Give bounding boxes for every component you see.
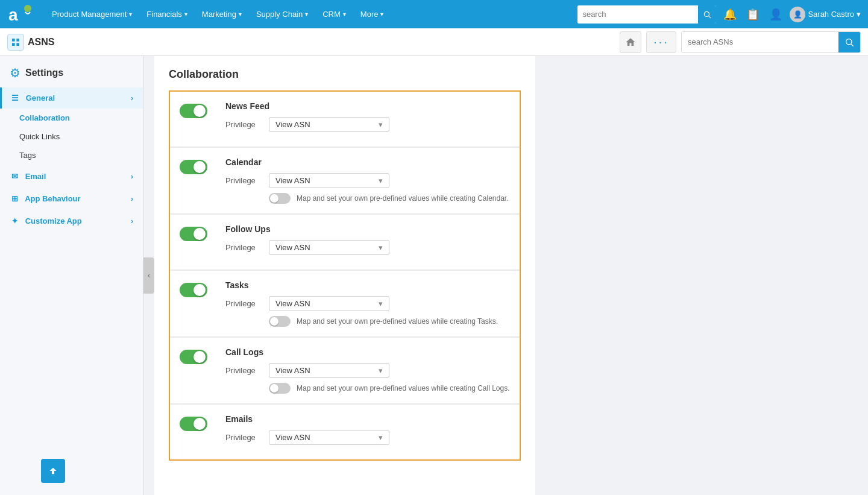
feature-row-news-feed: News Feed Privilege View ASN ▾ [170,92,520,147]
calendar-predefined-text: Map and set your own pre-defined values … [297,194,509,203]
chevron-down-icon: ▾ [343,11,346,17]
sidebar-section-general: ☰ General › Collaboration Quick Links Ta… [0,87,143,165]
sidebar-section-app-behaviour: ⊞ App Behaviour › [0,188,143,209]
emails-label: Emails [225,414,510,424]
call-logs-privilege-select[interactable]: View ASN ▾ [269,363,389,378]
sidebar-collapse-button[interactable]: ‹ [143,257,154,294]
nav-more[interactable]: More ▾ [354,0,390,28]
nav-financials[interactable]: Financials ▾ [140,0,193,28]
nav-marketing[interactable]: Marketing ▾ [196,0,248,28]
privilege-label: Privilege [225,299,262,308]
grid-icon: ⊞ [11,194,18,203]
list-icon: ☰ [11,93,19,102]
feature-row-calendar: Calendar Privilege View ASN ▾ [170,147,520,214]
svg-text:a: a [8,5,18,24]
app-search-button[interactable] [838,31,860,53]
privilege-label: Privilege [225,243,262,252]
search-input[interactable] [577,5,698,24]
main-content: Collaboration News Feed Privilege [154,56,535,495]
chevron-down-icon: ▾ [184,11,187,17]
tasks-toggle[interactable] [180,283,207,297]
contacts-icon[interactable]: 👤 [767,5,785,24]
calendar-privilege-select[interactable]: View ASN ▾ [269,173,389,188]
sidebar-item-general[interactable]: ☰ General › [0,87,143,109]
chevron-down-icon: ▾ [379,366,383,375]
envelope-icon: ✉ [11,172,18,181]
notifications-icon[interactable]: 🔔 [721,5,739,24]
svg-rect-5 [16,39,19,42]
sidebar-section-customize-app: ✦ Customize App › [0,210,143,232]
scroll-to-top-button[interactable] [41,459,65,483]
news-feed-toggle[interactable] [180,104,207,118]
svg-point-2 [705,11,709,16]
chevron-down-icon: ▾ [857,10,861,19]
tasks-label: Tasks [225,280,510,290]
svg-rect-7 [16,43,19,46]
calendar-label: Calendar [225,157,510,167]
privilege-label: Privilege [225,176,262,185]
messages-icon[interactable]: 📋 [744,5,762,24]
sidebar-title: Settings [25,68,63,78]
chevron-down-icon: ▾ [379,120,383,129]
user-menu[interactable]: 👤 Sarah Castro ▾ [790,7,861,22]
tasks-privilege-select[interactable]: View ASN ▾ [269,296,389,311]
svg-point-1 [24,5,31,12]
news-feed-privilege-select[interactable]: View ASN ▾ [269,117,389,132]
wrench-icon: ✦ [11,216,18,225]
feature-row-follow-ups: Follow Ups Privilege View ASN ▾ [170,214,520,270]
chevron-down-icon: ▾ [379,433,383,442]
sidebar-item-tags[interactable]: Tags [0,146,143,165]
more-options-button[interactable]: ··· [646,31,676,53]
sidebar: ⚙ Settings ☰ General › Collaboration Qui… [0,56,143,495]
avatar: 👤 [790,7,805,22]
emails-privilege-select[interactable]: View ASN ▾ [269,430,389,445]
sidebar-item-customize-app[interactable]: ✦ Customize App › [0,210,143,232]
page-title: Collaboration [169,68,521,81]
follow-ups-label: Follow Ups [225,224,510,234]
nav-crm[interactable]: CRM ▾ [316,0,352,28]
call-logs-predefined-text: Map and set your own pre-defined values … [297,384,510,393]
app-icon [7,34,24,51]
calendar-predefined-toggle[interactable] [269,193,291,204]
call-logs-predefined-toggle[interactable] [269,383,291,394]
svg-line-9 [851,44,854,46]
sidebar-item-email[interactable]: ✉ Email › [0,166,143,187]
home-button[interactable] [620,31,641,53]
svg-line-3 [709,16,711,17]
follow-ups-privilege-select[interactable]: View ASN ▾ [269,240,389,255]
app-search [681,31,861,53]
app-search-input[interactable] [682,31,838,53]
chevron-down-icon: ▾ [379,176,383,185]
call-logs-toggle[interactable] [180,350,207,364]
sidebar-section-email: ✉ Email › [0,166,143,187]
nav-product-management[interactable]: Product Management ▾ [46,0,138,28]
privilege-label: Privilege [225,366,262,375]
svg-rect-6 [12,43,15,46]
chevron-down-icon: ▾ [239,11,242,17]
follow-ups-toggle[interactable] [180,227,207,241]
sidebar-item-collaboration[interactable]: Collaboration [0,109,143,127]
emails-toggle[interactable] [180,417,207,431]
sidebar-sub-items-general: Collaboration Quick Links Tags [0,109,143,165]
news-feed-label: News Feed [225,101,510,111]
chevron-right-icon: › [131,94,133,102]
nav-supply-chain[interactable]: Supply Chain ▾ [250,0,314,28]
sidebar-item-app-behaviour[interactable]: ⊞ App Behaviour › [0,188,143,209]
logo[interactable]: a [7,4,36,25]
chevron-down-icon: ▾ [380,11,383,17]
chevron-down-icon: ▾ [305,11,308,17]
tasks-predefined-toggle[interactable] [269,316,291,327]
svg-rect-4 [12,39,15,42]
privilege-label: Privilege [225,433,262,442]
app-title: ASNS [28,37,54,48]
calendar-toggle[interactable] [180,160,207,174]
feature-row-tasks: Tasks Privilege View ASN ▾ [170,270,520,337]
features-container: News Feed Privilege View ASN ▾ [169,90,521,461]
sidebar-item-quick-links[interactable]: Quick Links [0,127,143,146]
chevron-down-icon: ▾ [379,299,383,308]
chevron-right-icon: › [131,195,133,203]
tasks-predefined-text: Map and set your own pre-defined values … [297,317,498,326]
sub-navigation: ASNS ··· [0,28,868,56]
chevron-right-icon: › [131,217,133,225]
search-button[interactable] [698,5,716,24]
